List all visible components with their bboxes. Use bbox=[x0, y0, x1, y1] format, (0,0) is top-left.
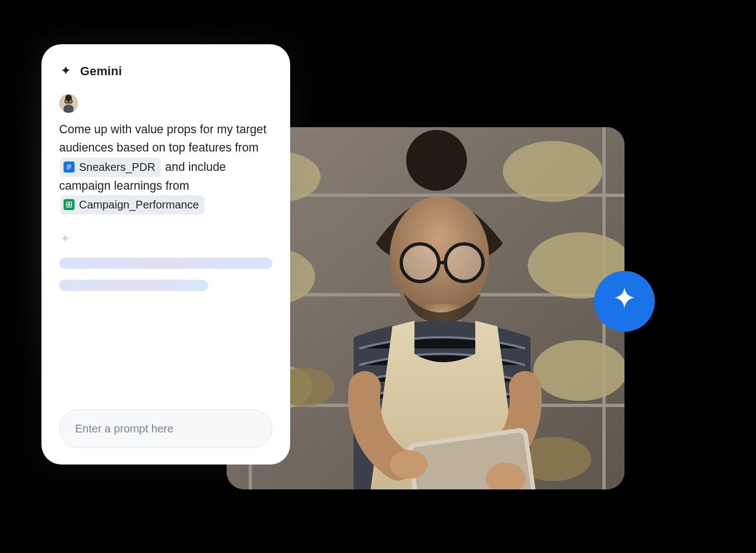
svg-rect-30 bbox=[67, 165, 71, 166]
response-loading bbox=[59, 233, 272, 302]
svg-point-10 bbox=[533, 340, 624, 401]
svg-point-14 bbox=[406, 130, 467, 191]
svg-rect-32 bbox=[67, 169, 70, 170]
prompt-input-container bbox=[59, 409, 272, 448]
loading-bar bbox=[59, 258, 272, 269]
loading-bar bbox=[59, 280, 208, 291]
svg-rect-27 bbox=[64, 105, 74, 113]
user-prompt: Come up with value props for my target a… bbox=[59, 121, 272, 215]
svg-point-22 bbox=[390, 450, 428, 479]
sparkle-icon bbox=[59, 233, 272, 246]
sparkle-icon bbox=[609, 285, 640, 318]
file-chip-label: Sneakers_PDR bbox=[79, 159, 155, 176]
svg-point-26 bbox=[65, 95, 72, 101]
gemini-panel: Gemini Come up with value props for my t… bbox=[41, 44, 290, 465]
file-chip-sheets[interactable]: Campaign_Performance bbox=[60, 195, 204, 215]
prompt-segment: Come up with value props for my target a… bbox=[59, 123, 266, 154]
user-avatar bbox=[59, 94, 78, 113]
svg-point-17 bbox=[401, 244, 439, 281]
sparkle-icon bbox=[59, 65, 72, 78]
prompt-input[interactable] bbox=[59, 409, 272, 448]
docs-icon bbox=[64, 161, 75, 173]
sheets-icon bbox=[64, 199, 75, 210]
file-chip-docs[interactable]: Sneakers_PDR bbox=[60, 158, 161, 177]
file-chip-label: Campaign_Performance bbox=[79, 196, 199, 213]
panel-title: Gemini bbox=[80, 64, 122, 79]
gemini-badge bbox=[594, 271, 655, 332]
svg-point-7 bbox=[503, 141, 602, 202]
panel-header: Gemini bbox=[59, 64, 272, 79]
svg-point-18 bbox=[445, 244, 483, 281]
svg-rect-31 bbox=[67, 166, 71, 168]
